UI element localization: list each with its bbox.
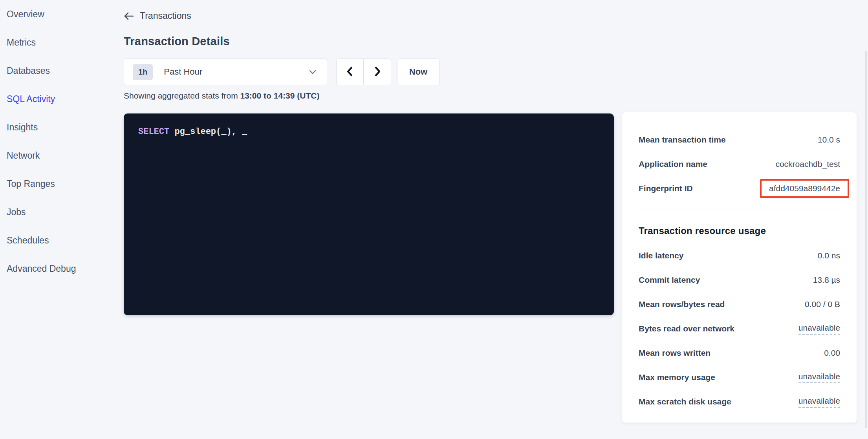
detail-label: Idle latency: [639, 251, 683, 260]
time-toolbar: 1h Past Hour: [124, 59, 614, 85]
sidebar-item-databases[interactable]: Databases: [7, 57, 111, 85]
sidebar-item-top-ranges[interactable]: Top Ranges: [7, 170, 111, 198]
time-range-badge: 1h: [133, 64, 153, 80]
sidebar-item-jobs[interactable]: Jobs: [7, 198, 111, 226]
time-range-value: Past Hour: [164, 67, 202, 77]
resource-usage-section-title: Transaction resource usage: [639, 224, 840, 238]
page-title: Transaction Details: [124, 35, 614, 48]
sql-statement-box: SELECT pg_sleep(_), _: [124, 113, 614, 315]
time-pager: [336, 59, 391, 85]
chevron-right-icon: [372, 66, 383, 79]
detail-label: Mean rows written: [639, 348, 711, 358]
chevron-left-icon: [345, 66, 355, 79]
detail-label: Max memory usage: [639, 373, 715, 382]
scrollbar-track: [864, 0, 868, 439]
stats-time-range: 13:00 to 14:39 (UTC): [240, 91, 320, 100]
detail-label: Commit latency: [639, 275, 700, 285]
sidebar-item-insights[interactable]: Insights: [7, 113, 111, 141]
detail-value-unavailable-tooltip[interactable]: unavailable: [798, 323, 840, 335]
chevron-down-icon: [308, 67, 317, 77]
next-time-button[interactable]: [364, 59, 391, 85]
detail-value: 0.00: [824, 348, 840, 358]
detail-row-fingerprint-id: Fingerprint ID afdd4059a899442e: [639, 176, 840, 201]
now-button[interactable]: Now: [397, 59, 439, 85]
detail-row-max-scratch-disk-usage: Max scratch disk usage unavailable: [639, 390, 840, 414]
detail-label: Application name: [639, 159, 707, 169]
detail-row-mean-rows-written: Mean rows written 0.00: [639, 341, 840, 365]
detail-label: Fingerprint ID: [639, 184, 693, 193]
card-divider: [639, 210, 840, 210]
detail-value: cockroachdb_test: [775, 159, 840, 169]
detail-label: Max scratch disk usage: [639, 397, 731, 406]
detail-label: Mean transaction time: [639, 135, 726, 145]
detail-row-bytes-read-over-network: Bytes read over network unavailable: [639, 316, 840, 341]
aggregation-stats-text: Showing aggregated stats from 13:00 to 1…: [124, 91, 614, 101]
arrow-left-icon: [124, 12, 134, 20]
sql-statement-text: pg_sleep(_), _: [169, 127, 247, 137]
detail-label: Bytes read over network: [639, 324, 734, 333]
stats-prefix: Showing aggregated stats from: [124, 91, 240, 100]
detail-row-commit-latency: Commit latency 13.8 µs: [639, 268, 840, 292]
transaction-details-card: Mean transaction time 10.0 s Application…: [622, 112, 857, 423]
time-range-dropdown[interactable]: 1h Past Hour: [124, 59, 327, 85]
detail-label: Mean rows/bytes read: [639, 300, 725, 309]
breadcrumb-label: Transactions: [140, 11, 191, 21]
detail-value-unavailable-tooltip[interactable]: unavailable: [798, 372, 840, 383]
detail-row-application-name: Application name cockroachdb_test: [639, 152, 840, 176]
detail-value: 0.0 ns: [818, 251, 840, 260]
detail-row-mean-rows-bytes-read: Mean rows/bytes read 0.00 / 0 B: [639, 292, 840, 316]
sidebar-item-sql-activity[interactable]: SQL Activity: [7, 85, 111, 113]
breadcrumb-back-link[interactable]: Transactions: [124, 11, 191, 21]
detail-row-idle-latency: Idle latency 0.0 ns: [639, 243, 840, 268]
sidebar: Overview Metrics Databases SQL Activity …: [0, 0, 111, 439]
detail-value: 0.00 / 0 B: [805, 300, 840, 309]
sql-keyword: SELECT: [138, 127, 169, 137]
detail-value-unavailable-tooltip[interactable]: unavailable: [798, 396, 840, 408]
scrollbar-thumb[interactable]: [865, 51, 867, 428]
sidebar-item-advanced-debug[interactable]: Advanced Debug: [7, 254, 111, 283]
resource-usage-rows: Idle latency 0.0 ns Commit latency 13.8 …: [639, 243, 840, 414]
sidebar-item-schedules[interactable]: Schedules: [7, 226, 111, 254]
sidebar-item-network[interactable]: Network: [7, 141, 111, 170]
main-content: Transactions Transaction Details 1h Past…: [124, 0, 614, 315]
detail-row-max-memory-usage: Max memory usage unavailable: [639, 365, 840, 390]
sidebar-item-overview[interactable]: Overview: [7, 0, 111, 28]
detail-row-mean-transaction-time: Mean transaction time 10.0 s: [639, 128, 840, 152]
sidebar-item-metrics[interactable]: Metrics: [7, 28, 111, 57]
detail-value: 13.8 µs: [813, 275, 840, 285]
previous-time-button[interactable]: [336, 59, 364, 85]
detail-value: 10.0 s: [818, 135, 840, 145]
fingerprint-id-value-highlighted: afdd4059a899442e: [760, 179, 849, 198]
